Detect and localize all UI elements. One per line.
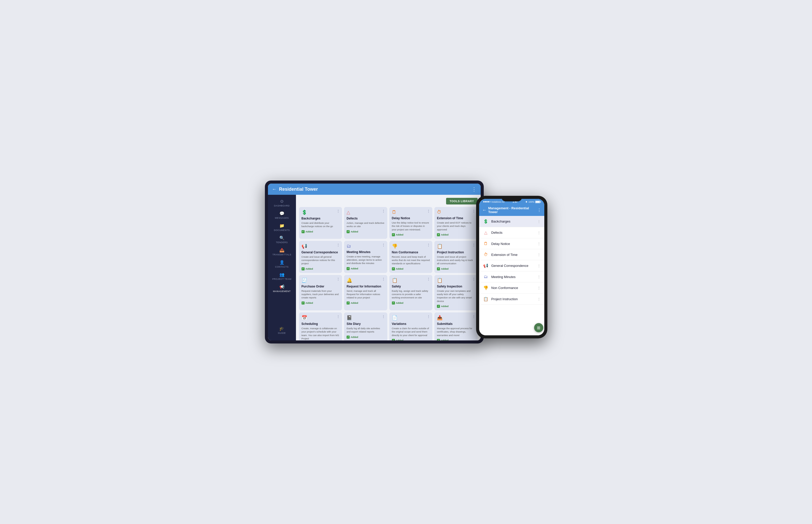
card-icon-scheduling: 📅 bbox=[302, 315, 340, 321]
card-badge-non-conformance: ✓Added bbox=[392, 267, 430, 271]
phone-list-menu-meeting-minutes[interactable]: ⋮ bbox=[537, 275, 541, 279]
card-menu-non-conformance[interactable]: ⋮ bbox=[427, 243, 430, 247]
tablet-header-left: ← Residential Tower bbox=[272, 187, 318, 192]
card-menu-rfi[interactable]: ⋮ bbox=[382, 277, 385, 281]
phone-list-menu-non-conformance[interactable]: ⋮ bbox=[537, 286, 541, 290]
phone-device: Vodafone AU 1:57 ✱ 100% ← Management - R… bbox=[476, 196, 547, 338]
card-badge-label-submittals: Added bbox=[441, 339, 449, 340]
sidebar-item-messages[interactable]: 💬 MESSAGES bbox=[268, 209, 296, 221]
tools-library-button[interactable]: TOOLS LIBRARY bbox=[446, 198, 478, 204]
sidebar-item-label: GUIDE bbox=[278, 332, 286, 334]
phone-list-menu-delay-notice[interactable]: ⋮ bbox=[537, 242, 541, 246]
phone-list-item-backcharges[interactable]: 💲 Backcharges ⋮ bbox=[479, 216, 544, 227]
card-icon-submittals: 📥 bbox=[437, 315, 475, 321]
card-menu-site-diary[interactable]: ⋮ bbox=[382, 314, 385, 318]
project-team-icon: 👥 bbox=[280, 272, 285, 277]
phone-list-icon-non-conformance: 👎 bbox=[483, 285, 489, 290]
card-title-project-instruction: Project Instruction bbox=[437, 250, 475, 254]
card-desc-safety-inspection: Create your own templates and easily kic… bbox=[437, 289, 475, 303]
phone-list-menu-project-instruction[interactable]: ⋮ bbox=[537, 297, 541, 301]
card-badge-general-correspondence: ✓Added bbox=[302, 267, 340, 271]
battery-pct: 100% bbox=[528, 201, 534, 203]
sidebar-item-project-team[interactable]: 👥 PROJECT TEAM bbox=[268, 270, 296, 282]
card-menu-delay-notice[interactable]: ⋮ bbox=[427, 209, 430, 213]
card-variations[interactable]: ⋮ 📄 Variations Create a claim for works … bbox=[389, 312, 433, 340]
phone-list-item-meeting-minutes[interactable]: 🗂 Meeting Minutes ⋮ bbox=[479, 272, 544, 282]
phone-list-icon-delay-notice: 🗒 bbox=[483, 241, 489, 246]
card-site-diary[interactable]: ⋮ 📓 Site Diary Easily log all daily site… bbox=[344, 312, 387, 340]
card-menu-general-correspondence[interactable]: ⋮ bbox=[336, 243, 340, 247]
card-menu-variations[interactable]: ⋮ bbox=[427, 314, 430, 318]
card-badge-defects: ✓Added bbox=[346, 230, 385, 233]
sidebar-item-management[interactable]: 📢 MANAGEMENT bbox=[268, 282, 296, 295]
phone-signal-area: Vodafone AU bbox=[483, 201, 505, 203]
sidebar-item-dashboard[interactable]: ⊙ DASHBOARD bbox=[268, 197, 296, 209]
tablet-menu-button[interactable]: ⋮ bbox=[472, 186, 477, 192]
sidebar-item-contacts[interactable]: 👤 CONTACTS bbox=[268, 258, 296, 270]
card-menu-project-instruction[interactable]: ⋮ bbox=[472, 243, 476, 247]
sidebar-item-label: DASHBOARD bbox=[274, 204, 290, 207]
card-non-conformance[interactable]: ⋮ 👎 Non Conformance Record, issue and ke… bbox=[389, 241, 433, 273]
phone-menu-button[interactable]: ⋮ bbox=[537, 208, 541, 213]
card-icon-meeting-minutes: 🗂 bbox=[346, 243, 385, 249]
card-menu-backcharges[interactable]: ⋮ bbox=[336, 209, 340, 213]
card-menu-scheduling[interactable]: ⋮ bbox=[336, 314, 340, 318]
signal-dot-3 bbox=[486, 201, 488, 202]
card-menu-meeting-minutes[interactable]: ⋮ bbox=[382, 243, 385, 247]
phone-list-item-project-instruction[interactable]: 📋 Project Instruction ⋮ bbox=[479, 294, 544, 305]
phone-fab-button[interactable]: ⊞ bbox=[534, 323, 543, 332]
phone-back-button[interactable]: ← bbox=[482, 208, 487, 213]
phone-list-item-non-conformance[interactable]: 👎 Non Conformance ⋮ bbox=[479, 282, 544, 294]
sidebar-item-documents[interactable]: 📁 DOCUMENTS bbox=[268, 221, 296, 233]
phone-list-icon-eot: ⏱ bbox=[483, 252, 489, 257]
card-safety[interactable]: ⋮ 📋 Safety Easily log, assign and track … bbox=[389, 275, 433, 310]
card-scheduling[interactable]: ⋮ 📅 Scheduling Create, manage & collabor… bbox=[299, 312, 342, 340]
phone-list-label-delay-notice: Delay Notice bbox=[491, 242, 535, 246]
sidebar-item-guide[interactable]: 🎓 GUIDE bbox=[277, 324, 287, 337]
tools-library-bar: TOOLS LIBRARY bbox=[299, 198, 478, 204]
sidebar-item-transmittals[interactable]: 📤 TRANSMITTALS bbox=[268, 246, 296, 258]
phone-signal-dots bbox=[483, 201, 491, 202]
card-eot[interactable]: ⋮ ⏱ Extension of Time Create and send EO… bbox=[434, 207, 478, 239]
card-badge-meeting-minutes: ✓Added bbox=[346, 267, 385, 270]
phone-list-item-eot[interactable]: ⏱ Extension of Time ⋮ bbox=[479, 249, 544, 260]
card-menu-safety-inspection[interactable]: ⋮ bbox=[472, 277, 476, 281]
card-desc-project-instruction: Create and issue all project instruction… bbox=[437, 255, 475, 265]
card-badge-check-project-instruction: ✓ bbox=[437, 267, 440, 271]
card-defects[interactable]: ⋮ △ Defects Action, manage and track def… bbox=[344, 207, 387, 239]
cards-grid: ⋮ 💲 Backcharges Create and distribute yo… bbox=[299, 207, 478, 340]
card-rfi[interactable]: ⋮ 🔔 Request for Information Send, manage… bbox=[344, 275, 387, 310]
card-backcharges[interactable]: ⋮ 💲 Backcharges Create and distribute yo… bbox=[299, 207, 342, 239]
phone-list-item-defects[interactable]: △ Defects ⋮ bbox=[479, 227, 544, 238]
card-title-site-diary: Site Diary bbox=[346, 322, 385, 326]
phone-list-menu-backcharges[interactable]: ⋮ bbox=[537, 219, 541, 224]
card-submittals[interactable]: ⋮ 📥 Submittals Manage the approval proce… bbox=[434, 312, 478, 340]
phone-header-left: ← Management - Residential Tower bbox=[482, 206, 537, 214]
card-project-instruction[interactable]: ⋮ 📋 Project Instruction Create and issue… bbox=[434, 241, 478, 273]
documents-icon: 📁 bbox=[280, 223, 285, 228]
card-general-correspondence[interactable]: ⋮ 📢 General Correspondence Create and is… bbox=[299, 241, 342, 273]
card-delay-notice[interactable]: ⋮ 🗒 Delay Notice Use the delay notice to… bbox=[389, 207, 433, 239]
card-badge-check-backcharges: ✓ bbox=[302, 230, 305, 233]
sidebar-item-label: TRANSMITTALS bbox=[272, 253, 291, 256]
card-purchase-order[interactable]: ⋮ 🧾 Purchase Order Request materials fro… bbox=[299, 275, 342, 310]
phone-list-item-delay-notice[interactable]: 🗒 Delay Notice ⋮ bbox=[479, 238, 544, 249]
phone-list-menu-general-correspondence[interactable]: ⋮ bbox=[537, 264, 541, 268]
card-menu-submittals[interactable]: ⋮ bbox=[472, 314, 476, 318]
card-title-defects: Defects bbox=[346, 217, 385, 220]
card-menu-purchase-order[interactable]: ⋮ bbox=[336, 277, 340, 281]
card-menu-defects[interactable]: ⋮ bbox=[382, 209, 385, 213]
card-meeting-minutes[interactable]: ⋮ 🗂 Meeting Minutes Create a new meeting… bbox=[344, 241, 387, 273]
tablet-back-button[interactable]: ← bbox=[272, 187, 276, 192]
phone-list-label-defects: Defects bbox=[491, 231, 535, 234]
card-badge-label-eot: Added bbox=[441, 233, 449, 236]
tablet-body: ⊙ DASHBOARD 💬 MESSAGES 📁 DOCUMENTS 🔍 TEN… bbox=[268, 195, 481, 340]
card-menu-safety[interactable]: ⋮ bbox=[427, 277, 430, 281]
card-menu-eot[interactable]: ⋮ bbox=[472, 209, 476, 213]
card-safety-inspection[interactable]: ⋮ 📋 Safety Inspection Create your own te… bbox=[434, 275, 478, 310]
phone-list-menu-defects[interactable]: ⋮ bbox=[537, 231, 541, 235]
sidebar-item-tenders[interactable]: 🔍 TENDERS bbox=[268, 233, 296, 246]
phone-list-item-general-correspondence[interactable]: 📢 General Correspondence ⋮ bbox=[479, 260, 544, 272]
tablet-screen: ← Residential Tower ⋮ ⊙ DASHBOARD 💬 MESS… bbox=[268, 184, 481, 340]
phone-list-menu-eot[interactable]: ⋮ bbox=[537, 252, 541, 257]
